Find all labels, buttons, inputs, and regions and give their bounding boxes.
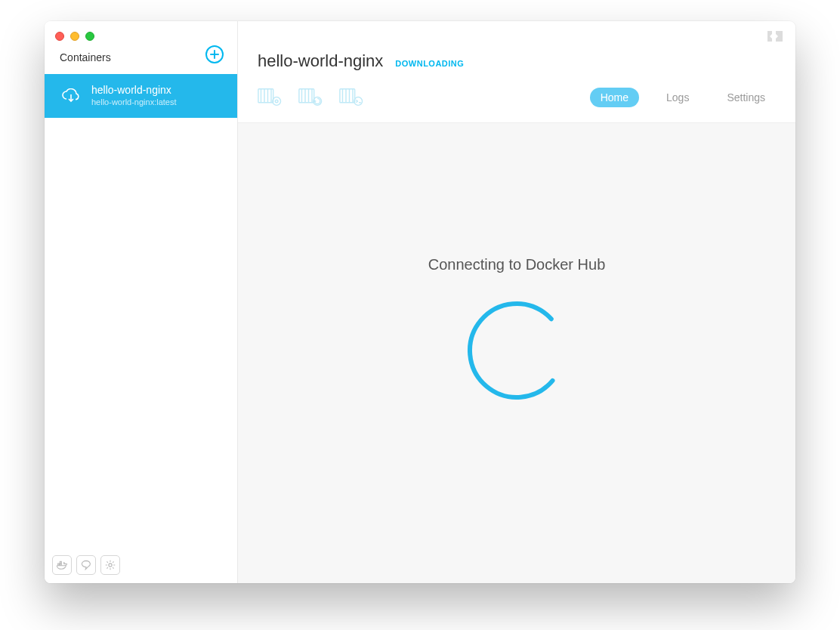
sidebar-title: Containers (60, 51, 111, 63)
zoom-window-button[interactable] (85, 32, 94, 41)
app-window: Containers hello-world-nginx hello-world… (45, 21, 795, 583)
container-restart-icon (298, 88, 326, 107)
minimize-window-button[interactable] (70, 32, 79, 41)
status-badge: DOWNLOADING (395, 59, 464, 68)
main-tabs: Home Logs Settings (590, 88, 776, 107)
chat-icon (81, 560, 91, 570)
svg-point-3 (109, 564, 112, 567)
svg-point-6 (275, 100, 278, 103)
sidebar: Containers hello-world-nginx hello-world… (45, 21, 238, 583)
main-body: Connecting to Docker Hub (238, 122, 795, 583)
sidebar-footer (45, 547, 237, 583)
sidebar-item-text: hello-world-nginx hello-world-nginx:late… (91, 84, 177, 107)
main-header: hello-world-nginx DOWNLOADING (238, 21, 795, 122)
kitematic-logo-icon (767, 30, 783, 45)
tab-logs[interactable]: Logs (656, 88, 699, 107)
gear-icon (105, 560, 116, 570)
preferences-button[interactable] (100, 555, 120, 575)
page-title: hello-world-nginx (258, 51, 383, 71)
add-container-button[interactable] (205, 45, 224, 63)
close-window-button[interactable] (55, 32, 64, 41)
svg-rect-2 (60, 561, 61, 563)
svg-rect-1 (60, 564, 61, 565)
main-panel: hello-world-nginx DOWNLOADING (238, 21, 795, 583)
tab-home[interactable]: Home (590, 88, 639, 107)
exec-action-button[interactable] (339, 88, 366, 107)
whale-icon (56, 561, 68, 570)
docker-cli-button[interactable] (52, 555, 72, 575)
preview-action-button[interactable] (258, 88, 285, 107)
svg-point-11 (464, 298, 570, 403)
container-action-bar (258, 88, 366, 107)
sidebar-item-subtitle: hello-world-nginx:latest (91, 97, 177, 108)
svg-rect-0 (58, 564, 60, 565)
container-preview-icon (258, 88, 285, 107)
plus-icon (210, 50, 219, 59)
container-terminal-icon (339, 88, 366, 107)
loading-spinner-icon (464, 298, 570, 403)
restart-action-button[interactable] (298, 88, 326, 107)
loading-message: Connecting to Docker Hub (428, 256, 606, 273)
sidebar-item-name: hello-world-nginx (91, 84, 177, 97)
tab-settings[interactable]: Settings (716, 88, 776, 107)
window-controls (55, 32, 94, 41)
feedback-button[interactable] (76, 555, 96, 575)
sidebar-item-hello-world-nginx[interactable]: hello-world-nginx hello-world-nginx:late… (45, 74, 237, 118)
container-list: hello-world-nginx hello-world-nginx:late… (45, 74, 237, 547)
download-cloud-icon (61, 86, 81, 106)
sidebar-header: Containers (45, 21, 237, 74)
